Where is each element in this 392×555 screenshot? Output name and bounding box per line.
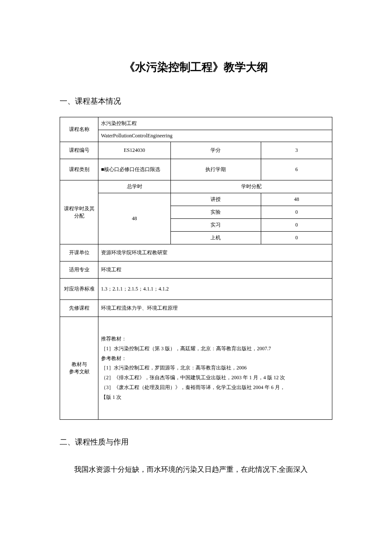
section-1-heading: 一、课程基本情况 xyxy=(60,96,332,106)
label-course-code: 课程编号 xyxy=(60,142,98,159)
course-info-table: 课程名称 水污染控制工程 WaterPollutionControlEngine… xyxy=(60,117,332,420)
ref-2: ［1］水污染控制工程，罗固源等，北京：高等教育出版社，2006 xyxy=(101,363,330,373)
value-prereq: 环境工程流体力学、环境工程原理 xyxy=(98,300,332,317)
label-lecture: 讲授 xyxy=(171,193,261,206)
label-hours-dist: 学时分配 xyxy=(171,180,332,193)
label-dept: 开课单位 xyxy=(60,244,98,262)
value-credits: 3 xyxy=(261,142,332,159)
label-standard: 对应培养标准 xyxy=(60,279,98,300)
ref-5: 【版 1 次 xyxy=(101,392,330,402)
value-practice: 0 xyxy=(261,219,332,232)
ref-intro: 推荐教材： xyxy=(101,334,330,344)
label-hours-alloc: 课程学时及其分配 xyxy=(60,180,98,244)
label-computer: 上机 xyxy=(171,232,261,244)
body-paragraph-1: 我国水资源十分短缺，而水环境的污染又日趋严重，在此情况下,全面深入 xyxy=(60,462,332,477)
label-credits: 学分 xyxy=(171,142,261,159)
value-experiment: 0 xyxy=(261,206,332,219)
value-course-code: ES124030 xyxy=(98,142,171,159)
value-course-name-en: WaterPollutionControlEngineering xyxy=(98,130,332,142)
label-course-name: 课程名称 xyxy=(60,117,98,142)
label-experiment: 实验 xyxy=(171,206,261,219)
value-standard: 1.3；2.1.1；2.1.5；4.1.1；4.1.2 xyxy=(98,279,332,300)
value-course-type: ■核心口必修口任选口限选 xyxy=(98,159,171,180)
label-total-hours: 总学时 xyxy=(98,180,171,193)
section-2-heading: 二、课程性质与作用 xyxy=(60,437,332,447)
label-references-line2: 参考文献 xyxy=(69,369,89,375)
value-semester: 6 xyxy=(261,159,332,180)
label-practice: 实习 xyxy=(171,219,261,232)
value-references: 推荐教材： ［1］水污染控制工程（第 3 版），高廷耀，北京：高等教育出版社，2… xyxy=(98,317,332,420)
value-course-name-cn: 水污染控制工程 xyxy=(98,117,332,130)
label-major: 适用专业 xyxy=(60,262,98,279)
value-major: 环境工程 xyxy=(98,262,332,279)
value-dept: 资源环境学院环境工程教研室 xyxy=(98,244,332,262)
value-computer: 0 xyxy=(261,232,332,244)
ref-4: （3］《废水工程（处理及回用）》，秦裕雨等译，化学工业出版社 2004 年 6 … xyxy=(101,383,330,392)
page-title: 《水污染控制工程》教学大纲 xyxy=(60,60,332,75)
label-prereq: 先修课程 xyxy=(60,300,98,317)
ref-intro-2: 参考教材： xyxy=(101,354,330,363)
label-semester: 执行学期 xyxy=(171,159,261,180)
value-lecture: 48 xyxy=(261,193,332,206)
label-references-line1: 教材与 xyxy=(72,361,87,367)
ref-3: （2］《排水工程》，张自杰等编，中国建筑工业出版社，2003 年 1 月，4 版… xyxy=(101,373,330,383)
value-total-hours: 48 xyxy=(98,193,171,244)
label-references: 教材与 参考文献 xyxy=(60,317,98,420)
label-course-type: 课程类别 xyxy=(60,159,98,180)
ref-1: ［1］水污染控制工程（第 3 版），高廷耀，北京：高等教育出版社，2007.7 xyxy=(101,344,330,354)
